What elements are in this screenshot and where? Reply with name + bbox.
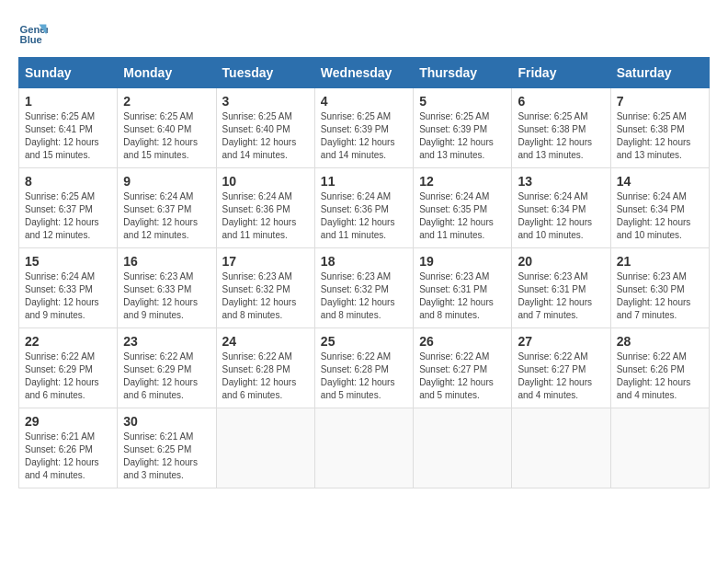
day-info: Sunrise: 6:22 AMSunset: 6:27 PMDaylight:… (518, 351, 592, 400)
calendar-day-cell: 8 Sunrise: 6:25 AMSunset: 6:37 PMDayligh… (19, 168, 118, 248)
calendar-week-row: 1 Sunrise: 6:25 AMSunset: 6:41 PMDayligh… (19, 88, 710, 168)
day-number: 3 (222, 94, 309, 109)
calendar-day-cell: 5 Sunrise: 6:25 AMSunset: 6:39 PMDayligh… (414, 88, 512, 168)
page-header: General Blue (18, 18, 710, 48)
day-info: Sunrise: 6:23 AMSunset: 6:32 PMDaylight:… (321, 271, 395, 320)
calendar-week-row: 8 Sunrise: 6:25 AMSunset: 6:37 PMDayligh… (19, 168, 710, 248)
day-info: Sunrise: 6:25 AMSunset: 6:40 PMDaylight:… (123, 111, 198, 160)
calendar-day-cell (314, 408, 413, 488)
calendar-day-cell: 26 Sunrise: 6:22 AMSunset: 6:27 PMDaylig… (414, 328, 512, 408)
col-header-saturday: Saturday (610, 58, 709, 88)
day-info: Sunrise: 6:25 AMSunset: 6:41 PMDaylight:… (25, 111, 99, 160)
day-info: Sunrise: 6:25 AMSunset: 6:37 PMDaylight:… (25, 191, 99, 240)
calendar-day-cell (216, 408, 314, 488)
day-number: 20 (518, 254, 604, 269)
day-number: 19 (419, 254, 506, 269)
calendar-day-cell (512, 408, 610, 488)
calendar-day-cell: 16 Sunrise: 6:23 AMSunset: 6:33 PMDaylig… (118, 248, 216, 328)
day-info: Sunrise: 6:22 AMSunset: 6:26 PMDaylight:… (617, 351, 691, 400)
col-header-monday: Monday (118, 58, 216, 88)
day-number: 27 (518, 334, 604, 349)
calendar-day-cell: 6 Sunrise: 6:25 AMSunset: 6:38 PMDayligh… (512, 88, 610, 168)
col-header-wednesday: Wednesday (314, 58, 413, 88)
day-number: 17 (222, 254, 309, 269)
calendar-day-cell: 28 Sunrise: 6:22 AMSunset: 6:26 PMDaylig… (610, 328, 709, 408)
calendar-day-cell: 7 Sunrise: 6:25 AMSunset: 6:38 PMDayligh… (610, 88, 709, 168)
calendar-day-cell: 19 Sunrise: 6:23 AMSunset: 6:31 PMDaylig… (414, 248, 512, 328)
calendar-day-cell (414, 408, 512, 488)
col-header-thursday: Thursday (414, 58, 512, 88)
day-info: Sunrise: 6:23 AMSunset: 6:31 PMDaylight:… (518, 271, 592, 320)
calendar-day-cell: 23 Sunrise: 6:22 AMSunset: 6:29 PMDaylig… (118, 328, 216, 408)
day-info: Sunrise: 6:24 AMSunset: 6:34 PMDaylight:… (617, 191, 691, 240)
day-info: Sunrise: 6:23 AMSunset: 6:30 PMDaylight:… (617, 271, 691, 320)
calendar-day-cell: 27 Sunrise: 6:22 AMSunset: 6:27 PMDaylig… (512, 328, 610, 408)
day-number: 28 (617, 334, 703, 349)
calendar-day-cell: 15 Sunrise: 6:24 AMSunset: 6:33 PMDaylig… (19, 248, 118, 328)
calendar-day-cell: 13 Sunrise: 6:24 AMSunset: 6:34 PMDaylig… (512, 168, 610, 248)
day-number: 26 (419, 334, 506, 349)
day-number: 1 (25, 94, 111, 109)
calendar-header-row: SundayMondayTuesdayWednesdayThursdayFrid… (19, 58, 710, 88)
col-header-friday: Friday (512, 58, 610, 88)
calendar-day-cell: 25 Sunrise: 6:22 AMSunset: 6:28 PMDaylig… (314, 328, 413, 408)
calendar-day-cell: 17 Sunrise: 6:23 AMSunset: 6:32 PMDaylig… (216, 248, 314, 328)
day-number: 8 (25, 174, 111, 189)
calendar-day-cell: 22 Sunrise: 6:22 AMSunset: 6:29 PMDaylig… (19, 328, 118, 408)
col-header-sunday: Sunday (19, 58, 118, 88)
day-info: Sunrise: 6:23 AMSunset: 6:33 PMDaylight:… (123, 271, 198, 320)
calendar-day-cell: 24 Sunrise: 6:22 AMSunset: 6:28 PMDaylig… (216, 328, 314, 408)
calendar-week-row: 22 Sunrise: 6:22 AMSunset: 6:29 PMDaylig… (19, 328, 710, 408)
day-info: Sunrise: 6:22 AMSunset: 6:29 PMDaylight:… (25, 351, 99, 400)
day-number: 11 (321, 174, 407, 189)
day-number: 7 (617, 94, 703, 109)
day-number: 16 (123, 254, 210, 269)
day-info: Sunrise: 6:21 AMSunset: 6:25 PMDaylight:… (123, 431, 198, 480)
calendar-day-cell: 18 Sunrise: 6:23 AMSunset: 6:32 PMDaylig… (314, 248, 413, 328)
calendar-day-cell: 30 Sunrise: 6:21 AMSunset: 6:25 PMDaylig… (118, 408, 216, 488)
day-number: 29 (25, 414, 111, 429)
calendar-day-cell (610, 408, 709, 488)
day-number: 12 (419, 174, 506, 189)
calendar-week-row: 29 Sunrise: 6:21 AMSunset: 6:26 PMDaylig… (19, 408, 710, 488)
day-number: 9 (123, 174, 210, 189)
day-number: 24 (222, 334, 309, 349)
day-info: Sunrise: 6:25 AMSunset: 6:39 PMDaylight:… (419, 111, 494, 160)
svg-text:Blue: Blue (20, 34, 42, 45)
calendar-day-cell: 12 Sunrise: 6:24 AMSunset: 6:35 PMDaylig… (414, 168, 512, 248)
day-info: Sunrise: 6:24 AMSunset: 6:33 PMDaylight:… (25, 271, 99, 320)
day-info: Sunrise: 6:23 AMSunset: 6:31 PMDaylight:… (419, 271, 494, 320)
day-number: 18 (321, 254, 407, 269)
day-info: Sunrise: 6:24 AMSunset: 6:35 PMDaylight:… (419, 191, 494, 240)
day-number: 4 (321, 94, 407, 109)
logo: General Blue (18, 18, 48, 48)
calendar-day-cell: 10 Sunrise: 6:24 AMSunset: 6:36 PMDaylig… (216, 168, 314, 248)
day-info: Sunrise: 6:25 AMSunset: 6:38 PMDaylight:… (518, 111, 592, 160)
day-number: 23 (123, 334, 210, 349)
day-number: 6 (518, 94, 604, 109)
calendar-day-cell: 11 Sunrise: 6:24 AMSunset: 6:36 PMDaylig… (314, 168, 413, 248)
col-header-tuesday: Tuesday (216, 58, 314, 88)
calendar-day-cell: 9 Sunrise: 6:24 AMSunset: 6:37 PMDayligh… (118, 168, 216, 248)
day-number: 14 (617, 174, 703, 189)
calendar-table: SundayMondayTuesdayWednesdayThursdayFrid… (18, 57, 710, 488)
day-number: 22 (25, 334, 111, 349)
day-info: Sunrise: 6:22 AMSunset: 6:28 PMDaylight:… (321, 351, 395, 400)
calendar-day-cell: 29 Sunrise: 6:21 AMSunset: 6:26 PMDaylig… (19, 408, 118, 488)
calendar-day-cell: 3 Sunrise: 6:25 AMSunset: 6:40 PMDayligh… (216, 88, 314, 168)
day-info: Sunrise: 6:22 AMSunset: 6:29 PMDaylight:… (123, 351, 198, 400)
day-info: Sunrise: 6:22 AMSunset: 6:28 PMDaylight:… (222, 351, 297, 400)
day-info: Sunrise: 6:25 AMSunset: 6:40 PMDaylight:… (222, 111, 297, 160)
calendar-week-row: 15 Sunrise: 6:24 AMSunset: 6:33 PMDaylig… (19, 248, 710, 328)
day-info: Sunrise: 6:23 AMSunset: 6:32 PMDaylight:… (222, 271, 297, 320)
day-info: Sunrise: 6:25 AMSunset: 6:38 PMDaylight:… (617, 111, 691, 160)
day-number: 2 (123, 94, 210, 109)
day-info: Sunrise: 6:24 AMSunset: 6:36 PMDaylight:… (321, 191, 395, 240)
calendar-day-cell: 21 Sunrise: 6:23 AMSunset: 6:30 PMDaylig… (610, 248, 709, 328)
day-number: 10 (222, 174, 309, 189)
logo-icon: General Blue (18, 18, 48, 48)
calendar-day-cell: 2 Sunrise: 6:25 AMSunset: 6:40 PMDayligh… (118, 88, 216, 168)
calendar-day-cell: 14 Sunrise: 6:24 AMSunset: 6:34 PMDaylig… (610, 168, 709, 248)
day-info: Sunrise: 6:24 AMSunset: 6:36 PMDaylight:… (222, 191, 297, 240)
day-info: Sunrise: 6:25 AMSunset: 6:39 PMDaylight:… (321, 111, 395, 160)
